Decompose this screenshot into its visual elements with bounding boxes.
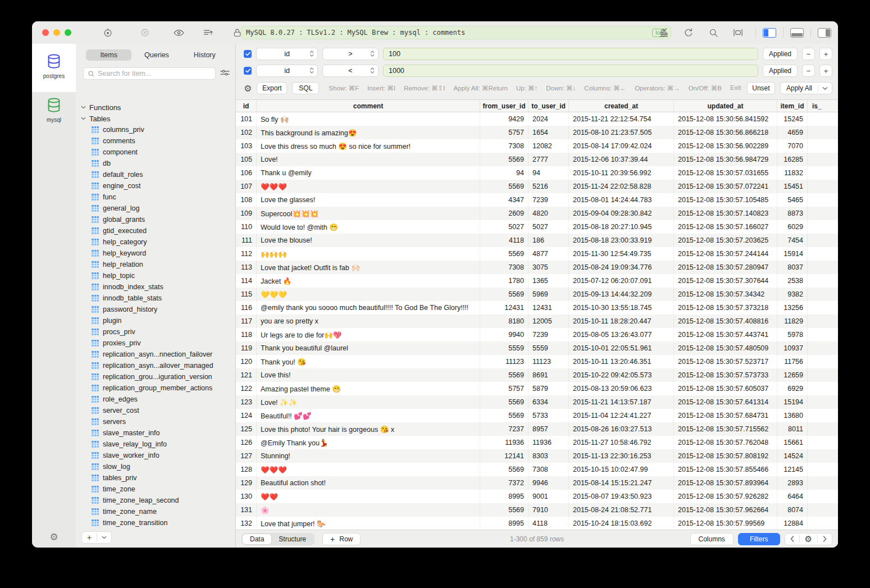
filter-operator-select[interactable]: > [322, 48, 379, 60]
cell-comment[interactable]: Love that jacket! Outfit is fab 🙌🏻 [257, 261, 480, 274]
cell-id[interactable]: 122 [236, 382, 257, 395]
sidebar-table-item[interactable]: slave_master_info [76, 427, 235, 439]
cell-updated-at[interactable]: 2015-12-08 15:30:57.962664 [674, 503, 777, 517]
toggle-bottom-panel-icon[interactable] [790, 28, 804, 38]
cell-created-at[interactable]: 2015-08-14 15:15:21.247 [569, 476, 674, 490]
table-row[interactable]: 108 Love the glasses! 4347 7239 2015-08-… [236, 193, 838, 207]
cell-item-id[interactable]: 11756 [777, 355, 808, 368]
cell-from-user-id[interactable]: 4347 [480, 193, 529, 207]
cell-to-user-id[interactable]: 7308 [529, 463, 569, 476]
cell-id[interactable]: 107 [236, 180, 257, 193]
cell-id[interactable]: 119 [236, 341, 257, 355]
cell-comment[interactable]: Love! ✨✨ [257, 395, 480, 409]
cell-is[interactable] [808, 449, 838, 463]
cell-updated-at[interactable]: 2015-12-08 15:30:57.373218 [674, 301, 777, 314]
sidebar-table-item[interactable]: func [76, 192, 235, 203]
cell-is[interactable] [808, 341, 838, 355]
cell-from-user-id[interactable]: 5569 [480, 368, 529, 382]
table-row[interactable]: 103 Love this dress so much 😍 so nice fo… [236, 139, 838, 153]
cell-id[interactable]: 124 [236, 409, 257, 422]
cell-id[interactable]: 103 [236, 139, 257, 153]
cell-updated-at[interactable]: 2015-12-08 15:30:57.072241 [674, 180, 777, 193]
cell-id[interactable]: 109 [236, 207, 257, 220]
table-row[interactable]: 116 @emily thank you soooo much beautifu… [236, 301, 838, 314]
focus-layout-icon[interactable] [727, 25, 749, 40]
cell-created-at[interactable]: 2015-08-26 16:03:27.513 [569, 422, 674, 436]
cell-from-user-id[interactable]: 5559 [480, 341, 529, 355]
cell-created-at[interactable]: 2015-08-18 23:00:33.919 [569, 234, 674, 247]
sidebar-table-item[interactable]: slow_log [76, 461, 235, 472]
cell-id[interactable]: 111 [236, 234, 257, 247]
connect-icon[interactable] [97, 25, 119, 40]
cell-is[interactable] [808, 247, 838, 261]
sidebar-table-item[interactable]: slave_worker_info [76, 450, 235, 461]
cell-comment[interactable]: Beautiful!! 💕💕 [257, 409, 480, 422]
cell-id[interactable]: 113 [236, 261, 257, 274]
cell-created-at[interactable]: 2015-11-30 12:54:49.735 [569, 247, 674, 261]
cell-is[interactable] [808, 153, 838, 166]
cell-comment[interactable]: Thank you! 😘 [257, 355, 480, 368]
cell-to-user-id[interactable]: 11936 [529, 436, 569, 449]
table-row[interactable]: 106 Thank u @emily 94 94 2015-10-11 20:3… [236, 166, 838, 180]
cell-created-at[interactable]: 2015-08-05 13:26:43.077 [569, 328, 674, 341]
cell-created-at[interactable]: 2015-11-24 22:02:58.828 [569, 180, 674, 193]
cell-from-user-id[interactable]: 7237 [480, 422, 529, 436]
cell-updated-at[interactable]: 2015-12-08 15:30:57.203625 [674, 234, 777, 247]
cell-id[interactable]: 121 [236, 368, 257, 382]
cell-is[interactable] [808, 395, 838, 409]
cell-is[interactable] [808, 126, 838, 139]
sidebar-table-item[interactable]: replication_group_member_actions [76, 382, 235, 394]
table-row[interactable]: 115 💛💛💛 5569 5969 2015-09-13 14:44:32.20… [236, 288, 838, 301]
cell-created-at[interactable]: 2015-08-24 21:08:52.771 [569, 503, 674, 517]
filter-enabled-checkbox[interactable] [244, 67, 252, 75]
cell-is[interactable] [808, 193, 838, 207]
cell-comment[interactable]: Jacket 🔥 [257, 274, 480, 288]
cell-id[interactable]: 110 [236, 220, 257, 234]
table-row[interactable]: 130 ❤️❤️ 8995 9001 2015-08-07 19:43:50.9… [236, 490, 838, 503]
table-row[interactable]: 102 This background is amazing😍 5757 165… [236, 126, 838, 139]
cell-created-at[interactable]: 2015-12-06 10:37:39.44 [569, 153, 674, 166]
cell-item-id[interactable]: 13256 [777, 301, 808, 314]
sidebar-table-item[interactable]: time_zone_transition [76, 517, 235, 527]
cell-to-user-id[interactable]: 11123 [529, 355, 569, 368]
cell-comment[interactable]: 🌸 [257, 503, 480, 517]
chevron-down-icon[interactable] [97, 536, 111, 539]
cell-id[interactable]: 132 [236, 517, 257, 530]
table-row[interactable]: 125 Love this photo! Your hair is gorgeo… [236, 422, 838, 436]
cell-from-user-id[interactable]: 5757 [480, 382, 529, 395]
cell-updated-at[interactable]: 2015-12-08 15:30:56.902289 [674, 139, 777, 153]
cell-id[interactable]: 116 [236, 301, 257, 314]
sidebar-table-item[interactable]: innodb_table_stats [76, 293, 235, 304]
cell-comment[interactable]: ❤️❤️❤️ [257, 463, 480, 476]
column-header-created-at[interactable]: created_at [569, 100, 674, 112]
cell-item-id[interactable]: 8873 [777, 207, 808, 220]
cell-created-at[interactable]: 2015-11-21 22:12:54.754 [569, 112, 674, 126]
cell-to-user-id[interactable]: 9001 [529, 490, 569, 503]
cell-to-user-id[interactable]: 4118 [529, 517, 569, 530]
filter-column-select[interactable]: id [256, 65, 318, 77]
cell-updated-at[interactable]: 2015-12-08 15:30:57.166027 [674, 220, 777, 234]
filter-column-select[interactable]: id [256, 48, 318, 60]
minimize-window-button[interactable] [53, 29, 60, 36]
cell-comment[interactable]: Love! [257, 153, 480, 166]
cell-is[interactable] [808, 436, 838, 449]
cell-id[interactable]: 117 [236, 314, 257, 328]
cell-to-user-id[interactable]: 5027 [529, 220, 569, 234]
cell-is[interactable] [808, 476, 838, 490]
cell-created-at[interactable]: 2015-10-30 13:55:18.745 [569, 301, 674, 314]
cell-from-user-id[interactable]: 11123 [480, 355, 529, 368]
sidebar-table-item[interactable]: help_category [76, 236, 235, 248]
cell-created-at[interactable]: 2015-10-11 18:28:20.447 [569, 314, 674, 328]
table-row[interactable]: 132 Love that jumper! 🐎 8995 4118 2015-1… [236, 517, 838, 530]
cell-from-user-id[interactable]: 7372 [480, 476, 529, 490]
cell-comment[interactable]: Ur legs are to die for🙌💖 [257, 328, 480, 341]
cell-updated-at[interactable]: 2015-12-08 15:30:57.926282 [674, 490, 777, 503]
cell-from-user-id[interactable]: 7308 [480, 139, 529, 153]
cell-from-user-id[interactable]: 5569 [480, 503, 529, 517]
cell-is[interactable] [808, 234, 838, 247]
table-row[interactable]: 129 Beautiful action shot! 7372 9946 201… [236, 476, 838, 490]
table-row[interactable]: 112 🙌🙌🙌 5569 4877 2015-11-30 12:54:49.73… [236, 247, 838, 261]
cell-is[interactable] [808, 274, 838, 288]
cell-item-id[interactable]: 10937 [777, 341, 808, 355]
cell-updated-at[interactable]: 2015-12-08 15:30:57.715562 [674, 422, 777, 436]
